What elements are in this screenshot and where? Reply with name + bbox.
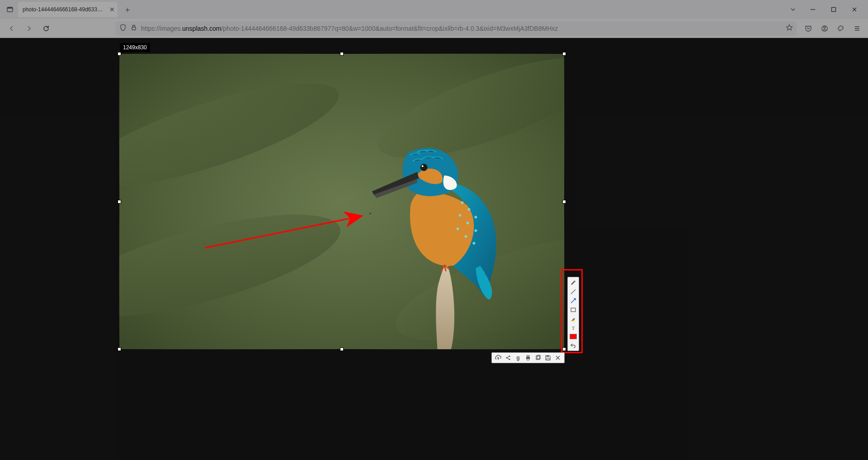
tool-line[interactable] xyxy=(569,287,578,296)
svg-line-28 xyxy=(571,289,576,294)
new-tab-button[interactable]: ＋ xyxy=(121,3,134,16)
svg-rect-31 xyxy=(571,321,576,322)
nav-back-button[interactable] xyxy=(5,21,19,36)
tool-rectangle[interactable] xyxy=(569,305,578,314)
tool-color-swatch[interactable] xyxy=(570,334,577,339)
svg-point-18 xyxy=(458,214,461,217)
action-close[interactable] xyxy=(553,354,562,362)
window-close-button[interactable] xyxy=(848,3,861,16)
tab-close-icon[interactable]: ✕ xyxy=(109,6,115,13)
tool-text[interactable]: T xyxy=(569,323,578,332)
action-print[interactable] xyxy=(524,354,533,362)
svg-point-25 xyxy=(422,165,424,167)
svg-point-22 xyxy=(464,235,467,238)
svg-point-6 xyxy=(824,27,826,28)
toolbar: https://images.unsplash.com/photo-144446… xyxy=(0,19,868,38)
svg-point-23 xyxy=(472,242,475,245)
window-controls xyxy=(807,3,864,16)
arrow-right-icon xyxy=(25,25,33,32)
browser-chrome: photo-1444464666168-49d633b86 ✕ ＋ https: xyxy=(0,0,868,38)
svg-point-16 xyxy=(467,208,470,211)
firefox-view-icon xyxy=(6,6,14,13)
screenshot-action-bar: g xyxy=(491,352,565,363)
window-minimize-button[interactable] xyxy=(807,3,819,16)
svg-text:g: g xyxy=(516,355,519,361)
shield-icon[interactable] xyxy=(119,24,127,33)
url-bar[interactable]: https://images.unsplash.com/photo-144446… xyxy=(116,21,797,36)
svg-rect-30 xyxy=(571,308,576,312)
action-search[interactable]: g xyxy=(514,354,523,362)
kingfisher-photo xyxy=(119,54,564,349)
nav-forward-button[interactable] xyxy=(22,21,36,36)
resize-handle-middle-left[interactable] xyxy=(118,200,121,204)
svg-rect-4 xyxy=(132,27,136,30)
svg-point-17 xyxy=(474,216,477,218)
resize-handle-middle-right[interactable] xyxy=(562,200,566,204)
resize-handle-top-left[interactable] xyxy=(118,52,121,56)
extensions-icon[interactable] xyxy=(835,22,847,35)
svg-line-29 xyxy=(571,299,575,303)
tab-strip: photo-1444464666168-49d633b86 ✕ ＋ xyxy=(18,2,134,17)
titlebar: photo-1444464666168-49d633b86 ✕ ＋ xyxy=(0,0,868,19)
svg-point-20 xyxy=(474,229,477,232)
action-share[interactable] xyxy=(504,354,513,362)
tabs-overflow-button[interactable] xyxy=(787,3,799,16)
toolbar-right-icons xyxy=(802,22,863,35)
svg-rect-38 xyxy=(527,356,529,357)
window-maximize-button[interactable] xyxy=(827,3,840,16)
svg-point-24 xyxy=(420,164,428,171)
lock-icon[interactable] xyxy=(130,24,137,33)
app-menu-icon[interactable] xyxy=(851,22,863,35)
firefox-view-button[interactable] xyxy=(4,3,16,16)
minimize-icon xyxy=(810,6,816,13)
action-save[interactable] xyxy=(543,354,552,362)
reload-icon xyxy=(42,25,50,32)
selection-dimensions-label: 1249x830 xyxy=(120,43,150,52)
close-icon xyxy=(851,6,858,13)
account-icon[interactable] xyxy=(818,22,831,35)
maximize-icon xyxy=(830,6,837,13)
resize-handle-bottom-left[interactable] xyxy=(118,347,121,351)
resize-handle-bottom-right[interactable] xyxy=(562,347,566,351)
svg-point-15 xyxy=(461,201,463,204)
svg-text:T: T xyxy=(572,325,575,331)
chevron-down-icon xyxy=(790,6,796,13)
selection-box[interactable] xyxy=(119,53,565,350)
annotation-tool-palette: T xyxy=(567,277,579,351)
resize-handle-top-center[interactable] xyxy=(340,52,344,56)
tool-arrow[interactable] xyxy=(569,296,578,305)
arrow-left-icon xyxy=(8,25,15,32)
tool-undo[interactable] xyxy=(569,341,578,350)
browser-tab[interactable]: photo-1444464666168-49d633b86 ✕ xyxy=(18,2,118,17)
tab-title: photo-1444464666168-49d633b86 xyxy=(23,6,104,13)
svg-rect-42 xyxy=(547,356,549,357)
action-upload[interactable] xyxy=(494,354,503,362)
svg-point-21 xyxy=(456,228,459,230)
svg-rect-1 xyxy=(7,7,13,9)
resize-handle-bottom-center[interactable] xyxy=(340,347,344,351)
action-copy[interactable] xyxy=(533,354,542,362)
url-text: https://images.unsplash.com/photo-144446… xyxy=(141,25,782,32)
resize-handle-top-right[interactable] xyxy=(562,52,566,56)
svg-rect-3 xyxy=(832,8,836,12)
tool-pen[interactable] xyxy=(569,278,578,287)
nav-reload-button[interactable] xyxy=(39,21,53,36)
pocket-icon[interactable] xyxy=(802,22,815,35)
bookmark-star-icon[interactable] xyxy=(786,24,793,33)
svg-point-19 xyxy=(466,222,469,224)
tool-marker[interactable] xyxy=(569,314,578,323)
svg-rect-39 xyxy=(527,359,529,360)
